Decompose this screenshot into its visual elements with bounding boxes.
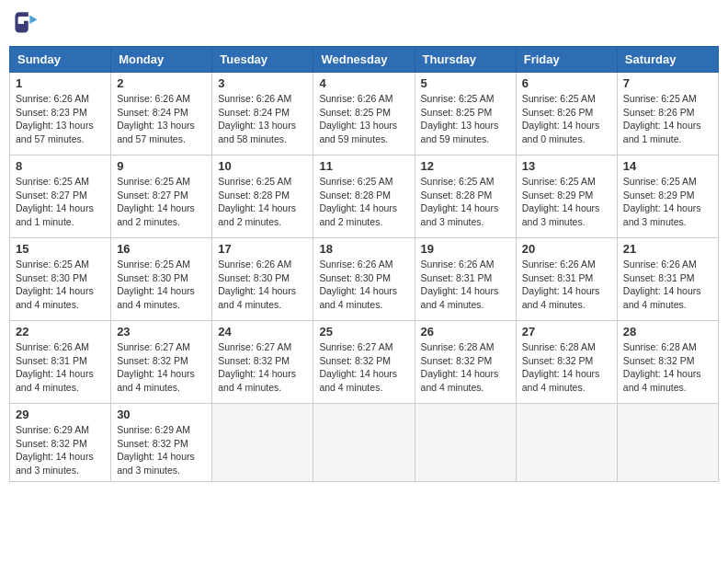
day-number: 4 bbox=[319, 76, 408, 90]
day-number: 9 bbox=[117, 159, 206, 173]
calendar-day-cell: 9 Sunrise: 6:25 AMSunset: 8:27 PMDayligh… bbox=[111, 155, 212, 238]
day-number: 17 bbox=[218, 242, 307, 256]
calendar-day-cell: 20 Sunrise: 6:26 AMSunset: 8:31 PMDaylig… bbox=[516, 238, 617, 321]
day-number: 30 bbox=[117, 408, 206, 421]
day-number: 18 bbox=[319, 242, 408, 256]
day-info: Sunrise: 6:28 AMSunset: 8:32 PMDaylight:… bbox=[522, 340, 611, 395]
day-number: 23 bbox=[117, 325, 206, 339]
calendar-day-cell: 16 Sunrise: 6:25 AMSunset: 8:30 PMDaylig… bbox=[111, 238, 212, 321]
calendar-day-cell: 7 Sunrise: 6:25 AMSunset: 8:26 PMDayligh… bbox=[617, 73, 718, 155]
calendar-day-cell bbox=[313, 404, 415, 482]
day-info: Sunrise: 6:25 AMSunset: 8:25 PMDaylight:… bbox=[421, 92, 510, 146]
calendar-week-row: 22 Sunrise: 6:26 AMSunset: 8:31 PMDaylig… bbox=[10, 321, 719, 404]
day-number: 13 bbox=[522, 159, 611, 173]
day-info: Sunrise: 6:25 AMSunset: 8:26 PMDaylight:… bbox=[522, 92, 611, 146]
calendar-day-cell: 26 Sunrise: 6:28 AMSunset: 8:32 PMDaylig… bbox=[415, 321, 516, 404]
day-number: 26 bbox=[421, 325, 510, 339]
day-number: 14 bbox=[623, 159, 712, 173]
day-number: 2 bbox=[117, 76, 206, 90]
day-number: 6 bbox=[522, 76, 611, 90]
day-info: Sunrise: 6:26 AMSunset: 8:31 PMDaylight:… bbox=[522, 258, 611, 312]
calendar-day-cell: 29 Sunrise: 6:29 AMSunset: 8:32 PMDaylig… bbox=[10, 404, 111, 482]
calendar-day-cell: 6 Sunrise: 6:25 AMSunset: 8:26 PMDayligh… bbox=[516, 73, 617, 155]
calendar-day-cell: 28 Sunrise: 6:28 AMSunset: 8:32 PMDaylig… bbox=[617, 321, 718, 404]
day-info: Sunrise: 6:26 AMSunset: 8:30 PMDaylight:… bbox=[319, 258, 408, 312]
day-info: Sunrise: 6:27 AMSunset: 8:32 PMDaylight:… bbox=[117, 340, 206, 395]
day-info: Sunrise: 6:28 AMSunset: 8:32 PMDaylight:… bbox=[421, 340, 510, 395]
day-number: 19 bbox=[421, 242, 510, 256]
day-info: Sunrise: 6:26 AMSunset: 8:23 PMDaylight:… bbox=[16, 92, 105, 146]
day-of-week-header: Monday bbox=[111, 47, 212, 73]
day-info: Sunrise: 6:25 AMSunset: 8:26 PMDaylight:… bbox=[623, 92, 712, 146]
calendar-day-cell: 5 Sunrise: 6:25 AMSunset: 8:25 PMDayligh… bbox=[415, 73, 516, 155]
day-number: 27 bbox=[522, 325, 611, 339]
calendar-day-cell: 24 Sunrise: 6:27 AMSunset: 8:32 PMDaylig… bbox=[212, 321, 313, 404]
day-info: Sunrise: 6:28 AMSunset: 8:32 PMDaylight:… bbox=[623, 340, 712, 395]
day-number: 24 bbox=[218, 325, 307, 339]
day-of-week-header: Saturday bbox=[617, 47, 718, 73]
page-header bbox=[9, 9, 719, 39]
calendar-day-cell: 2 Sunrise: 6:26 AMSunset: 8:24 PMDayligh… bbox=[111, 73, 212, 155]
calendar-week-row: 1 Sunrise: 6:26 AMSunset: 8:23 PMDayligh… bbox=[10, 73, 719, 155]
general-blue-logo-icon bbox=[9, 9, 39, 39]
day-info: Sunrise: 6:27 AMSunset: 8:32 PMDaylight:… bbox=[319, 340, 408, 395]
calendar-day-cell: 10 Sunrise: 6:25 AMSunset: 8:28 PMDaylig… bbox=[212, 155, 313, 238]
day-info: Sunrise: 6:26 AMSunset: 8:24 PMDaylight:… bbox=[117, 92, 206, 146]
day-number: 22 bbox=[16, 325, 105, 339]
calendar-week-row: 29 Sunrise: 6:29 AMSunset: 8:32 PMDaylig… bbox=[10, 404, 719, 482]
day-number: 25 bbox=[319, 325, 408, 339]
calendar-day-cell: 14 Sunrise: 6:25 AMSunset: 8:29 PMDaylig… bbox=[617, 155, 718, 238]
day-info: Sunrise: 6:25 AMSunset: 8:27 PMDaylight:… bbox=[16, 175, 105, 229]
calendar-day-cell: 13 Sunrise: 6:25 AMSunset: 8:29 PMDaylig… bbox=[516, 155, 617, 238]
day-info: Sunrise: 6:27 AMSunset: 8:32 PMDaylight:… bbox=[218, 340, 307, 395]
calendar-table: SundayMondayTuesdayWednesdayThursdayFrid… bbox=[9, 46, 719, 482]
day-of-week-header: Wednesday bbox=[313, 47, 415, 73]
day-number: 16 bbox=[117, 242, 206, 256]
logo bbox=[9, 9, 40, 39]
calendar-day-cell: 21 Sunrise: 6:26 AMSunset: 8:31 PMDaylig… bbox=[617, 238, 718, 321]
day-info: Sunrise: 6:29 AMSunset: 8:32 PMDaylight:… bbox=[16, 423, 105, 477]
calendar-day-cell: 3 Sunrise: 6:26 AMSunset: 8:24 PMDayligh… bbox=[212, 73, 313, 155]
day-info: Sunrise: 6:25 AMSunset: 8:27 PMDaylight:… bbox=[117, 175, 206, 229]
day-number: 11 bbox=[319, 159, 408, 173]
calendar-day-cell: 27 Sunrise: 6:28 AMSunset: 8:32 PMDaylig… bbox=[516, 321, 617, 404]
day-number: 12 bbox=[421, 159, 510, 173]
day-info: Sunrise: 6:26 AMSunset: 8:24 PMDaylight:… bbox=[218, 92, 307, 146]
day-info: Sunrise: 6:26 AMSunset: 8:31 PMDaylight:… bbox=[421, 258, 510, 312]
calendar-day-cell: 17 Sunrise: 6:26 AMSunset: 8:30 PMDaylig… bbox=[212, 238, 313, 321]
calendar-day-cell: 23 Sunrise: 6:27 AMSunset: 8:32 PMDaylig… bbox=[111, 321, 212, 404]
calendar-day-cell: 1 Sunrise: 6:26 AMSunset: 8:23 PMDayligh… bbox=[10, 73, 111, 155]
calendar-day-cell bbox=[516, 404, 617, 482]
calendar-day-cell: 11 Sunrise: 6:25 AMSunset: 8:28 PMDaylig… bbox=[313, 155, 415, 238]
day-info: Sunrise: 6:26 AMSunset: 8:31 PMDaylight:… bbox=[16, 340, 105, 395]
day-of-week-header: Sunday bbox=[10, 47, 111, 73]
calendar-header-row: SundayMondayTuesdayWednesdayThursdayFrid… bbox=[10, 47, 719, 73]
day-number: 28 bbox=[623, 325, 712, 339]
day-number: 3 bbox=[218, 76, 307, 90]
day-info: Sunrise: 6:25 AMSunset: 8:28 PMDaylight:… bbox=[218, 175, 307, 229]
day-number: 8 bbox=[16, 159, 105, 173]
day-info: Sunrise: 6:25 AMSunset: 8:28 PMDaylight:… bbox=[319, 175, 408, 229]
day-info: Sunrise: 6:26 AMSunset: 8:30 PMDaylight:… bbox=[218, 258, 307, 312]
day-number: 5 bbox=[421, 76, 510, 90]
day-info: Sunrise: 6:26 AMSunset: 8:25 PMDaylight:… bbox=[319, 92, 408, 146]
day-info: Sunrise: 6:26 AMSunset: 8:31 PMDaylight:… bbox=[623, 258, 712, 312]
calendar-day-cell: 19 Sunrise: 6:26 AMSunset: 8:31 PMDaylig… bbox=[415, 238, 516, 321]
calendar-day-cell: 12 Sunrise: 6:25 AMSunset: 8:28 PMDaylig… bbox=[415, 155, 516, 238]
day-of-week-header: Tuesday bbox=[212, 47, 313, 73]
day-number: 20 bbox=[522, 242, 611, 256]
calendar-day-cell: 22 Sunrise: 6:26 AMSunset: 8:31 PMDaylig… bbox=[10, 321, 111, 404]
calendar-day-cell: 25 Sunrise: 6:27 AMSunset: 8:32 PMDaylig… bbox=[313, 321, 415, 404]
day-info: Sunrise: 6:25 AMSunset: 8:28 PMDaylight:… bbox=[421, 175, 510, 229]
calendar-day-cell: 30 Sunrise: 6:29 AMSunset: 8:32 PMDaylig… bbox=[111, 404, 212, 482]
calendar-week-row: 8 Sunrise: 6:25 AMSunset: 8:27 PMDayligh… bbox=[10, 155, 719, 238]
calendar-day-cell bbox=[617, 404, 718, 482]
calendar-day-cell bbox=[415, 404, 516, 482]
day-of-week-header: Friday bbox=[516, 47, 617, 73]
day-info: Sunrise: 6:25 AMSunset: 8:29 PMDaylight:… bbox=[522, 175, 611, 229]
calendar-day-cell: 18 Sunrise: 6:26 AMSunset: 8:30 PMDaylig… bbox=[313, 238, 415, 321]
calendar-day-cell bbox=[212, 404, 313, 482]
day-number: 15 bbox=[16, 242, 105, 256]
calendar-day-cell: 15 Sunrise: 6:25 AMSunset: 8:30 PMDaylig… bbox=[10, 238, 111, 321]
day-of-week-header: Thursday bbox=[415, 47, 516, 73]
